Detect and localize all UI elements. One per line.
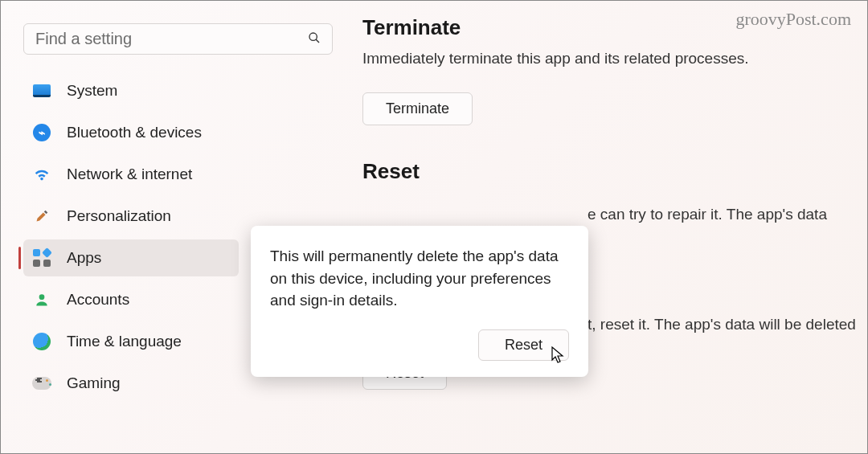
sidebar-item-accounts[interactable]: Accounts — [23, 281, 239, 318]
reset-title: Reset — [362, 159, 856, 184]
wifi-icon — [31, 164, 52, 185]
gaming-icon — [31, 373, 52, 394]
reset-partial-text-2: t, reset it. The app's data will be dele… — [588, 313, 856, 336]
sidebar-item-label: System — [67, 82, 117, 100]
sidebar-item-time[interactable]: Time & language — [23, 323, 239, 360]
sidebar-item-network[interactable]: Network & internet — [23, 156, 239, 193]
terminate-desc: Immediately terminate this app and its r… — [362, 48, 856, 70]
watermark: groovyPost.com — [735, 9, 851, 30]
sidebar-item-system[interactable]: System — [23, 72, 239, 109]
accounts-icon — [31, 289, 52, 310]
sidebar-item-label: Gaming — [67, 374, 121, 392]
sidebar-item-label: Bluetooth & devices — [67, 124, 202, 141]
sidebar-item-personalization[interactable]: Personalization — [23, 198, 239, 235]
sidebar-item-gaming[interactable]: Gaming — [23, 365, 239, 402]
sidebar-item-label: Accounts — [67, 291, 129, 309]
sidebar-item-label: Network & internet — [67, 166, 192, 183]
sidebar-item-label: Personalization — [67, 207, 171, 225]
svg-point-2 — [39, 294, 45, 300]
sidebar-item-apps[interactable]: Apps — [23, 239, 239, 276]
sidebar-item-label: Time & language — [67, 333, 182, 350]
sidebar-item-label: Apps — [67, 249, 101, 267]
terminate-section: Terminate Immediately terminate this app… — [362, 15, 856, 125]
sidebar: System ⌁ Bluetooth & devices Network & i… — [1, 1, 250, 453]
reset-partial-text-1: e can try to repair it. The app's data — [588, 203, 856, 226]
apps-icon — [31, 247, 52, 268]
popup-text: This will permanently delete the app's d… — [270, 245, 569, 312]
terminate-button[interactable]: Terminate — [362, 92, 473, 125]
sidebar-item-bluetooth[interactable]: ⌁ Bluetooth & devices — [23, 114, 239, 151]
system-icon — [31, 80, 52, 101]
brush-icon — [31, 206, 52, 227]
popup-reset-button[interactable]: Reset — [478, 329, 569, 361]
bluetooth-icon: ⌁ — [31, 122, 52, 143]
time-icon — [31, 331, 52, 352]
reset-confirm-popup: This will permanently delete the app's d… — [251, 226, 588, 377]
